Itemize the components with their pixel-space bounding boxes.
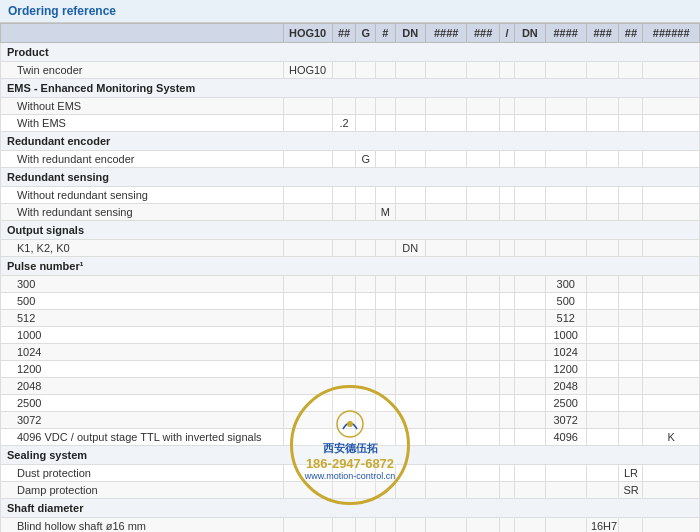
cell-dn2 xyxy=(515,115,545,132)
cell-hog10 xyxy=(283,395,332,412)
cell-hash2 xyxy=(332,465,356,482)
table-row: Blind hollow shaft ø16 mm16H7 xyxy=(1,518,700,533)
cell-hash3b xyxy=(586,276,619,293)
cell-slash xyxy=(499,482,514,499)
table-row: Without EMS xyxy=(1,98,700,115)
cell-g xyxy=(356,344,376,361)
cell-g xyxy=(356,482,376,499)
cell-hash4b xyxy=(545,151,586,168)
cell-hash2b xyxy=(619,293,643,310)
cell-hash3a xyxy=(467,240,500,257)
cell-hash2 xyxy=(332,412,356,429)
table-row: With redundant sensingM xyxy=(1,204,700,221)
cell-hash3b xyxy=(586,115,619,132)
cell-hog10 xyxy=(283,240,332,257)
table-row: 25002500 xyxy=(1,395,700,412)
cell-hash2 xyxy=(332,293,356,310)
cell-hog10 xyxy=(283,293,332,310)
row-label: 300 xyxy=(1,276,284,293)
cell-hash4b xyxy=(545,187,586,204)
cell-hash1 xyxy=(376,187,396,204)
cell-hash6 xyxy=(643,276,700,293)
cell-hash3b: 16H7 xyxy=(586,518,619,533)
cell-hash2: .2 xyxy=(332,115,356,132)
cell-g xyxy=(356,429,376,446)
row-label: 2048 xyxy=(1,378,284,395)
cell-hash6 xyxy=(643,62,700,79)
cell-hog10 xyxy=(283,204,332,221)
page-container: Ordering reference xyxy=(0,0,700,532)
section-label: EMS - Enhanced Monitoring System xyxy=(1,79,700,98)
cell-dn2 xyxy=(515,98,545,115)
cell-hash2 xyxy=(332,276,356,293)
col-header-hash2b: ## xyxy=(619,24,643,43)
cell-hash4b xyxy=(545,115,586,132)
cell-hash1 xyxy=(376,151,396,168)
row-label: With redundant sensing xyxy=(1,204,284,221)
cell-dn xyxy=(395,98,425,115)
cell-hash4b: 1024 xyxy=(545,344,586,361)
cell-hash3b xyxy=(586,344,619,361)
cell-g xyxy=(356,361,376,378)
section-label: Pulse number¹ xyxy=(1,257,700,276)
cell-dn xyxy=(395,293,425,310)
row-label: Damp protection xyxy=(1,482,284,499)
table-row: 300300 xyxy=(1,276,700,293)
cell-hash2b xyxy=(619,429,643,446)
row-label: Without redundant sensing xyxy=(1,187,284,204)
cell-hash1 xyxy=(376,276,396,293)
cell-hash3b xyxy=(586,98,619,115)
table-row: Without redundant sensing xyxy=(1,187,700,204)
cell-hash4b: 2048 xyxy=(545,378,586,395)
cell-hash2b: SR xyxy=(619,482,643,499)
row-label: Blind hollow shaft ø16 mm xyxy=(1,518,284,533)
cell-hash4a xyxy=(426,378,467,395)
cell-hash2b xyxy=(619,412,643,429)
cell-hog10 xyxy=(283,187,332,204)
cell-hash6 xyxy=(643,98,700,115)
cell-hash4b xyxy=(545,62,586,79)
cell-hash4b xyxy=(545,482,586,499)
cell-hash1 xyxy=(376,429,396,446)
cell-hash4a xyxy=(426,151,467,168)
cell-dn xyxy=(395,276,425,293)
table-section-row: Sealing system xyxy=(1,446,700,465)
cell-hash4a xyxy=(426,310,467,327)
cell-dn2 xyxy=(515,429,545,446)
table-row: 10241024 xyxy=(1,344,700,361)
cell-hash4a xyxy=(426,187,467,204)
cell-slash xyxy=(499,327,514,344)
cell-g xyxy=(356,62,376,79)
cell-hash1 xyxy=(376,344,396,361)
cell-slash xyxy=(499,293,514,310)
table-wrapper: HOG10 ## G # DN #### ### / DN #### ### #… xyxy=(0,23,700,532)
cell-slash xyxy=(499,276,514,293)
cell-dn xyxy=(395,465,425,482)
cell-dn2 xyxy=(515,344,545,361)
cell-hash4b xyxy=(545,98,586,115)
cell-hash6 xyxy=(643,151,700,168)
cell-hash3a xyxy=(467,151,500,168)
cell-hash2b xyxy=(619,518,643,533)
row-label: Dust protection xyxy=(1,465,284,482)
section-label: Redundant sensing xyxy=(1,168,700,187)
cell-hash6 xyxy=(643,412,700,429)
table-row: K1, K2, K0DN xyxy=(1,240,700,257)
cell-hash6 xyxy=(643,482,700,499)
page-title: Ordering reference xyxy=(8,4,116,18)
section-label: Shaft diameter xyxy=(1,499,700,518)
cell-hash4a xyxy=(426,276,467,293)
cell-hash3b xyxy=(586,465,619,482)
cell-g xyxy=(356,378,376,395)
cell-g xyxy=(356,327,376,344)
cell-hash2b xyxy=(619,240,643,257)
cell-hash3a xyxy=(467,293,500,310)
cell-hash3a xyxy=(467,310,500,327)
col-header-slash: / xyxy=(499,24,514,43)
table-section-row: Product xyxy=(1,43,700,62)
cell-dn xyxy=(395,344,425,361)
cell-g xyxy=(356,276,376,293)
cell-hash2 xyxy=(332,518,356,533)
cell-hash2b xyxy=(619,344,643,361)
table-section-row: Redundant encoder xyxy=(1,132,700,151)
